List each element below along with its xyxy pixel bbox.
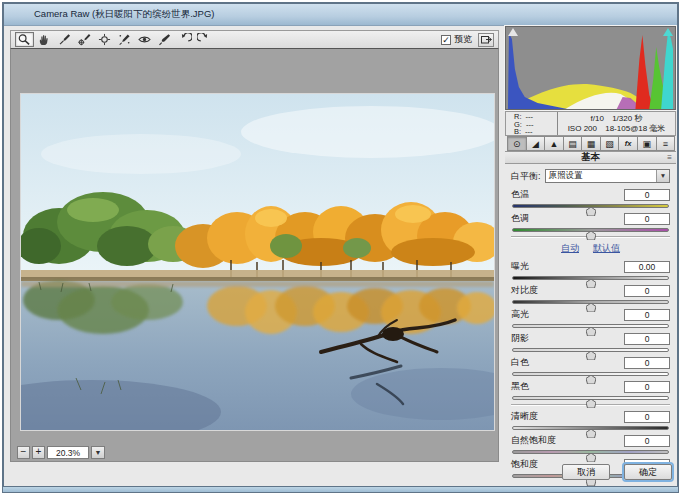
contrast-label: 对比度 bbox=[511, 284, 538, 297]
exposure-slider-track[interactable] bbox=[512, 276, 669, 280]
zoom-level-dropdown-icon[interactable]: ▼ bbox=[91, 446, 105, 459]
clarity-slider-row: 清晰度0 bbox=[511, 410, 670, 430]
toolbar-tools bbox=[15, 32, 215, 47]
window-frame-bottom bbox=[2, 486, 679, 493]
temperature-slider-track[interactable] bbox=[512, 204, 669, 208]
rgb-channel-value: --- bbox=[525, 128, 533, 136]
preview-canvas[interactable]: − + 20.3% ▼ bbox=[10, 49, 499, 462]
contrast-slider-track[interactable] bbox=[512, 300, 669, 304]
zoom-out-button[interactable]: − bbox=[17, 446, 30, 459]
preview-checkbox[interactable]: ✓ 预览 bbox=[441, 33, 472, 46]
temperature-value[interactable]: 0 bbox=[624, 189, 670, 201]
rgb-row: B:--- bbox=[514, 128, 557, 136]
tab-split-toning-icon: ▦ bbox=[587, 139, 596, 149]
shadows-label: 阴影 bbox=[511, 332, 529, 345]
white-balance-select[interactable]: 原照设置 ▼ bbox=[545, 169, 670, 183]
camera-raw-dialog: Camera Raw (秋日暖阳下的缤纷世界.JPG) ✓ 预览 bbox=[2, 2, 679, 491]
vibrance-label: 自然饱和度 bbox=[511, 434, 556, 447]
aperture-value: f/10 bbox=[588, 114, 607, 123]
blacks-slider-thumb[interactable] bbox=[586, 394, 596, 403]
zoom-in-button[interactable]: + bbox=[32, 446, 45, 459]
auto-link[interactable]: 自动 bbox=[561, 242, 579, 255]
tab-basic[interactable]: ⊙ bbox=[507, 136, 527, 151]
tab-detail[interactable]: ▲ bbox=[545, 136, 564, 151]
histogram bbox=[505, 26, 676, 110]
clarity-slider-thumb[interactable] bbox=[586, 424, 596, 433]
tint-slider-thumb[interactable] bbox=[586, 226, 596, 235]
shadows-slider-track[interactable] bbox=[512, 348, 669, 352]
clarity-value[interactable]: 0 bbox=[624, 411, 670, 423]
photo-preview[interactable] bbox=[21, 94, 494, 430]
color-sampler-tool-icon[interactable] bbox=[75, 32, 94, 47]
whites-slider-thumb[interactable] bbox=[586, 370, 596, 379]
clarity-slider-track[interactable] bbox=[512, 426, 669, 430]
exposure-value[interactable]: 0.00 bbox=[624, 261, 670, 273]
blacks-slider-track[interactable] bbox=[512, 396, 669, 400]
tab-lens-corrections[interactable]: ▧ bbox=[601, 136, 620, 151]
ok-button[interactable]: 确定 bbox=[624, 464, 672, 480]
preview-label: 预览 bbox=[454, 33, 472, 46]
vibrance-slider-thumb[interactable] bbox=[586, 448, 596, 457]
tint-slider-track[interactable] bbox=[512, 228, 669, 232]
clarity-label: 清晰度 bbox=[511, 410, 538, 423]
shadows-value[interactable]: 0 bbox=[624, 333, 670, 345]
temperature-slider-thumb[interactable] bbox=[586, 202, 596, 211]
white-balance-tool-icon[interactable] bbox=[55, 32, 74, 47]
shadows-slider-thumb[interactable] bbox=[586, 346, 596, 355]
temperature-label: 色温 bbox=[511, 188, 529, 201]
tab-camera-calibration[interactable]: ▣ bbox=[638, 136, 657, 151]
whites-value[interactable]: 0 bbox=[624, 357, 670, 369]
tab-effects-icon: fx bbox=[625, 139, 632, 148]
contrast-value[interactable]: 0 bbox=[624, 285, 670, 297]
highlights-value[interactable]: 0 bbox=[624, 309, 670, 321]
cancel-button[interactable]: 取消 bbox=[562, 464, 610, 480]
hand-tool-icon[interactable] bbox=[35, 32, 54, 47]
red-eye-tool-icon[interactable] bbox=[135, 32, 154, 47]
exposure-slider-thumb[interactable] bbox=[586, 274, 596, 283]
rotate-right-tool-icon[interactable] bbox=[195, 32, 214, 47]
histogram-plot bbox=[506, 27, 675, 109]
titlebar[interactable]: Camera Raw (秋日暖阳下的缤纷世界.JPG) bbox=[4, 4, 677, 26]
checkbox-check-icon: ✓ bbox=[441, 35, 451, 45]
targeted-adjustment-tool-icon[interactable] bbox=[95, 32, 114, 47]
panel-title: 基本 bbox=[581, 151, 600, 164]
tab-tone-curve[interactable]: ◢ bbox=[527, 136, 546, 151]
vibrance-slider-track[interactable] bbox=[512, 450, 669, 454]
adjustment-brush-tool-icon[interactable] bbox=[155, 32, 174, 47]
tab-hsl-grayscale[interactable]: ▤ bbox=[564, 136, 583, 151]
whites-slider-track[interactable] bbox=[512, 372, 669, 376]
fullscreen-icon bbox=[481, 35, 492, 44]
tint-value[interactable]: 0 bbox=[624, 213, 670, 225]
white-balance-sliders: 色温0色调0 bbox=[511, 188, 670, 232]
exposure-label: 曝光 bbox=[511, 260, 529, 273]
vibrance-value[interactable]: 0 bbox=[624, 435, 670, 447]
shutter-value: 1/320 秒 bbox=[609, 114, 645, 123]
dropdown-arrow-icon: ▼ bbox=[656, 170, 669, 182]
blacks-value[interactable]: 0 bbox=[624, 381, 670, 393]
iso-value: ISO 200 bbox=[565, 124, 600, 133]
zoom-tool-icon[interactable] bbox=[15, 32, 34, 47]
rotate-left-tool-icon[interactable] bbox=[175, 32, 194, 47]
panel-menu-icon[interactable]: ≡ bbox=[667, 153, 672, 162]
highlights-slider-thumb[interactable] bbox=[586, 322, 596, 331]
tint-label: 色调 bbox=[511, 212, 529, 225]
adjustments-panel: R:---G:---B:--- f/10 1/320 秒 ISO 200 18-… bbox=[502, 26, 679, 458]
white-balance-label: 白平衡: bbox=[511, 170, 541, 183]
default-link[interactable]: 默认值 bbox=[593, 242, 620, 255]
tab-presets[interactable]: ≡ bbox=[657, 136, 676, 151]
basic-controls: 白平衡: 原照设置 ▼ 色温0色调0 自动 默认值 曝光0.00对比度0高光0阴… bbox=[505, 165, 676, 482]
toolbar: ✓ 预览 bbox=[10, 30, 499, 49]
spot-removal-tool-icon[interactable] bbox=[115, 32, 134, 47]
lens-value: 18-105@18 毫米 bbox=[602, 124, 668, 133]
contrast-slider-thumb[interactable] bbox=[586, 298, 596, 307]
zoom-level-value[interactable]: 20.3% bbox=[47, 446, 89, 459]
tab-hsl-grayscale-icon: ▤ bbox=[568, 139, 577, 149]
tab-effects[interactable]: fx bbox=[619, 136, 638, 151]
rgb-channel-label: B: bbox=[514, 128, 521, 136]
temperature-slider-row: 色温0 bbox=[511, 188, 670, 208]
tab-camera-calibration-icon: ▣ bbox=[642, 139, 651, 149]
highlights-slider-track[interactable] bbox=[512, 324, 669, 328]
tab-split-toning[interactable]: ▦ bbox=[582, 136, 601, 151]
window-title: Camera Raw (秋日暖阳下的缤纷世界.JPG) bbox=[34, 8, 215, 21]
fullscreen-toggle-button[interactable] bbox=[478, 33, 494, 47]
